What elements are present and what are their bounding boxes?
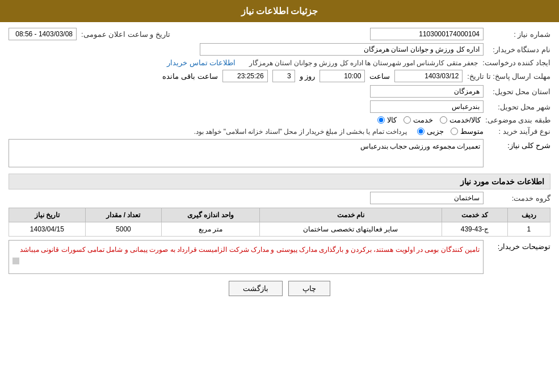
shahr-input[interactable]	[370, 100, 484, 113]
ostan-input[interactable]	[370, 85, 484, 98]
cell-radif: 1	[507, 222, 550, 237]
services-section-header: اطلاعات خدمات مورد نیاز	[9, 174, 550, 189]
row-shomareNiaz: شماره نیاز : تاریخ و ساعت اعلان عمومی:	[9, 28, 550, 40]
rooz-label: روز و	[300, 72, 316, 81]
row-ostan: استان محل تحویل:	[9, 85, 550, 98]
mohlatDate-input[interactable]	[394, 70, 463, 82]
radio-jozyi-label: جزیی	[427, 127, 444, 136]
ettelaat-link[interactable]: اطلاعات تماس خریدار	[167, 58, 236, 67]
radio-khadamat-label: خدمت	[413, 116, 433, 124]
mohlatErsal-label: مهلت ارسال پاسخ: تا تاریخ:	[467, 72, 550, 81]
table-row: 1 ج-43-439 سایر فعالیتهای تخصصی ساختمان …	[9, 222, 550, 237]
sharhKoli-textarea[interactable]	[9, 139, 484, 167]
radio-motovaset-label: متوسط	[460, 127, 484, 136]
col-radif: ردیف	[507, 208, 550, 222]
cell-tedad: 5000	[85, 222, 162, 237]
row-mohlat: مهلت ارسال پاسخ: تا تاریخ: ساعت روز و سا…	[9, 70, 550, 82]
tavazihat-text: تامین کنندگان بومی در اولویت هستند، برکر…	[12, 244, 480, 256]
grohKhadamat-input[interactable]	[370, 192, 484, 204]
namDastgah-input[interactable]	[200, 43, 484, 56]
table-header-row: ردیف کد خدمت نام خدمت واحد اندازه گیری ت…	[9, 208, 550, 222]
radio-kalaKhadamat[interactable]: کالا/خدمت	[440, 116, 481, 124]
shahr-label: شهر محل تحویل:	[488, 103, 550, 111]
tabaghe-radio-group: کالا/خدمت خدمت کالا	[377, 116, 481, 124]
tarikh-label: تاریخ و ساعت اعلان عمومی:	[81, 30, 170, 39]
cell-namKhadamat: سایر فعالیتهای تخصصی ساختمان	[259, 222, 442, 237]
tavazihat-container: تامین کنندگان بومی در اولویت هستند، برکر…	[9, 240, 484, 274]
row-namDastgah: نام دستگاه خریدار:	[9, 43, 550, 56]
radio-khadamat[interactable]: خدمت	[404, 116, 433, 124]
row-sharh: شرح کلی نیاز:	[9, 139, 550, 169]
radio-motovaset[interactable]: متوسط	[451, 127, 484, 136]
row-shahr: شهر محل تحویل:	[9, 100, 550, 113]
tarikh-input[interactable]	[9, 28, 77, 40]
namDastgah-label: نام دستگاه خریدار:	[488, 45, 550, 54]
radio-jozyi[interactable]: جزیی	[417, 127, 444, 136]
col-tarikh: تاریخ نیاز	[9, 208, 86, 222]
sharhKoli-label: شرح کلی نیاز:	[488, 139, 550, 150]
button-row: چاپ بازگشت	[9, 281, 550, 296]
page-header: جزئیات اطلاعات نیاز	[0, 0, 559, 22]
grohKhadamat-label: گروه خدمت:	[488, 194, 550, 203]
col-kodKhadamat: کد خدمت	[442, 208, 507, 222]
row-noeFarayand: نوع فرآیند خرید : متوسط جزیی پرداخت تمام…	[9, 127, 550, 136]
page-wrapper: جزئیات اطلاعات نیاز شماره نیاز : تاریخ و…	[0, 0, 559, 392]
col-vahed: واحد اندازه گیری	[162, 208, 259, 222]
services-section-label: اطلاعات خدمات مورد نیاز	[460, 177, 544, 186]
radio-kala[interactable]: کالا	[377, 116, 397, 124]
noeFarayand-label: نوع فرآیند خرید :	[488, 127, 550, 136]
cell-kodKhadamat: ج-43-439	[442, 222, 507, 237]
page-title: جزئیات اطلاعات نیاز	[241, 6, 318, 16]
row-tabaghe: طبقه بندی موضوعی: کالا/خدمت خدمت کالا	[9, 116, 550, 124]
row-tavazihat: توضیحات خریدار: تامین کنندگان بومی در او…	[9, 240, 550, 274]
shomareNiaz-label: شماره نیاز :	[488, 30, 550, 39]
cell-vahed: متر مربع	[162, 222, 259, 237]
mohlatTime-input[interactable]	[320, 70, 365, 82]
radio-kalaKhadamat-label: کالا/خدمت	[449, 116, 481, 124]
content-area: شماره نیاز : تاریخ و ساعت اعلان عمومی: ن…	[0, 22, 559, 309]
ijadKonande-value: جعفر متقی کارشناس امور شهرستان ها اداره …	[249, 59, 478, 67]
ostan-label: استان محل تحویل:	[488, 87, 550, 96]
noeFarayand-text: پرداخت تمام یا بخشی از مبلغ خریدار از مح…	[194, 128, 407, 136]
cell-tarikh: 1403/04/15	[9, 222, 86, 237]
row-grohKhadamat: گروه خدمت:	[9, 192, 550, 204]
row-ijadKonande: ایجاد کننده درخواست: جعفر متقی کارشناس ا…	[9, 58, 550, 67]
rooz-input[interactable]	[272, 70, 295, 82]
radio-kala-label: کالا	[387, 116, 397, 124]
shomareNiaz-input[interactable]	[370, 28, 484, 40]
sharhKoli-container	[9, 139, 484, 169]
col-tedad: تعداد / مقدار	[85, 208, 162, 222]
btn-chap[interactable]: چاپ	[288, 281, 330, 296]
saat-label: ساعت باقی مانده	[162, 72, 217, 81]
col-namKhadamat: نام خدمت	[259, 208, 442, 222]
saat-input[interactable]	[222, 70, 268, 82]
tavazihat-label: توضیحات خریدار:	[488, 240, 550, 251]
services-table: ردیف کد خدمت نام خدمت واحد اندازه گیری ت…	[9, 208, 550, 237]
farayand-radio-group: متوسط جزیی	[417, 127, 484, 136]
ijadKonande-label: ایجاد کننده درخواست:	[482, 58, 550, 67]
btn-bazgasht[interactable]: بازگشت	[229, 281, 283, 296]
resize-handle[interactable]	[12, 258, 19, 264]
tabaghebandi-label: طبقه بندی موضوعی:	[485, 116, 550, 124]
mohlatTime-label: ساعت	[369, 72, 390, 81]
